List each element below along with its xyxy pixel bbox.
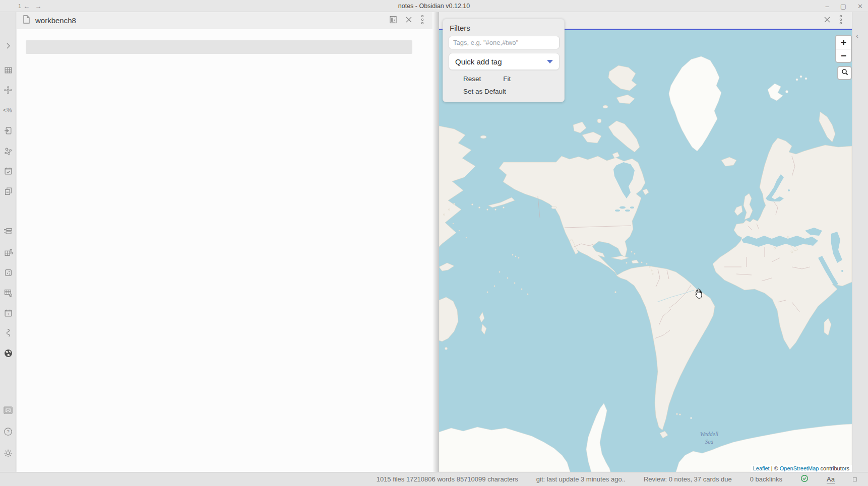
pane-workbench-header: workbench8 xyxy=(17,12,432,29)
move-nodes-icon[interactable] xyxy=(2,84,14,96)
maximize-button[interactable]: ▢ xyxy=(840,3,846,10)
fit-button[interactable]: Fit xyxy=(503,75,511,83)
map-zoom-control: + − xyxy=(835,35,852,63)
calendar-day-icon[interactable]: 1 xyxy=(2,307,14,319)
pane-title: workbench8 xyxy=(35,16,76,25)
empty-block[interactable] xyxy=(26,40,412,54)
globe-icon[interactable] xyxy=(2,347,14,359)
graph-icon[interactable] xyxy=(2,145,14,157)
svg-text:<%: <% xyxy=(3,107,12,114)
reset-button[interactable]: Reset xyxy=(463,75,481,83)
search-icon xyxy=(841,68,848,78)
attribution-sep: | © xyxy=(770,465,780,471)
table-gear-icon[interactable] xyxy=(2,287,14,299)
quick-add-tag-select[interactable]: Quick add tag xyxy=(449,53,560,70)
left-ribbon: <%1? xyxy=(0,12,16,472)
puzzle-grid-icon[interactable] xyxy=(2,246,14,258)
status-bar: 1015 files 17210806 words 85710099 chara… xyxy=(0,472,868,486)
calendar-check-icon[interactable] xyxy=(2,165,14,177)
set-as-default-button[interactable]: Set as Default xyxy=(463,88,559,95)
zoom-in-button[interactable]: + xyxy=(836,36,851,49)
filters-title: Filters xyxy=(450,24,559,32)
svg-text:?: ? xyxy=(7,429,10,434)
more-options-icon[interactable] xyxy=(839,15,843,27)
file-icon xyxy=(23,15,30,26)
settings-gear-icon[interactable] xyxy=(2,447,14,459)
zoom-out-button[interactable]: − xyxy=(836,49,851,62)
window-state-icon[interactable] xyxy=(853,477,857,481)
table-icon[interactable] xyxy=(2,64,14,76)
reading-mode-icon[interactable] xyxy=(389,16,397,26)
map-search-button[interactable] xyxy=(837,66,852,80)
obsidian-window: 1 ← → notes - Obsidian v0.12.10 – ▢ ✕ <%… xyxy=(0,0,868,486)
sea-label-line2: Sea xyxy=(705,439,714,445)
osm-link[interactable]: OpenStreetMap xyxy=(780,465,819,471)
pane-header-icons xyxy=(389,15,424,27)
titlebar: 1 ← → notes - Obsidian v0.12.10 – ▢ ✕ xyxy=(0,0,868,12)
close-pane-icon[interactable] xyxy=(824,16,831,25)
attribution-suffix: contributors xyxy=(819,465,849,471)
expand-right-sidebar-icon[interactable]: ‹ xyxy=(856,31,858,40)
image-frame-icon[interactable] xyxy=(2,404,14,416)
backlinks-count: 0 backlinks xyxy=(750,475,782,483)
git-status: git: last update 3 minutes ago.. xyxy=(536,475,626,483)
close-window-button[interactable]: ✕ xyxy=(857,3,863,10)
expand-sidebar-icon[interactable] xyxy=(2,40,14,52)
dice-icon[interactable] xyxy=(2,266,14,279)
review-status[interactable]: Review: 0 notes, 37 cards due xyxy=(644,475,732,483)
word-count: 1015 files 17210806 words 85710099 chara… xyxy=(377,475,518,483)
map-attribution: Leaflet | © OpenStreetMap contributors xyxy=(751,465,852,472)
chevron-down-icon xyxy=(547,60,553,63)
leaflet-link[interactable]: Leaflet xyxy=(753,465,770,471)
right-sidebar-strip: ‹ xyxy=(852,12,868,472)
sync-check-icon[interactable] xyxy=(800,474,809,484)
export-note-icon[interactable] xyxy=(2,124,14,136)
card-stack-icon[interactable] xyxy=(2,225,14,237)
copy-pages-icon[interactable] xyxy=(2,185,14,197)
rope-icon[interactable] xyxy=(2,327,14,339)
help-icon[interactable]: ? xyxy=(2,426,14,438)
window-title: notes - Obsidian v0.12.10 xyxy=(0,0,868,12)
sea-label-line1: Weddell xyxy=(700,431,719,437)
window-controls: – ▢ ✕ xyxy=(826,0,863,12)
quick-add-tag-label: Quick add tag xyxy=(455,57,502,66)
font-size-toggle[interactable]: Aa xyxy=(827,475,835,483)
tags-filter-input[interactable] xyxy=(449,36,560,49)
close-pane-icon[interactable] xyxy=(405,16,412,25)
more-options-icon[interactable] xyxy=(420,15,424,27)
map-filters-panel: Filters Quick add tag Reset Fit Set as D… xyxy=(443,19,565,102)
templater-icon[interactable]: <% xyxy=(2,104,14,116)
svg-text:1: 1 xyxy=(7,312,9,316)
minimize-button[interactable]: – xyxy=(826,3,829,10)
pane-resize-handle[interactable] xyxy=(432,12,439,472)
pane-workbench: workbench8 xyxy=(17,12,432,472)
